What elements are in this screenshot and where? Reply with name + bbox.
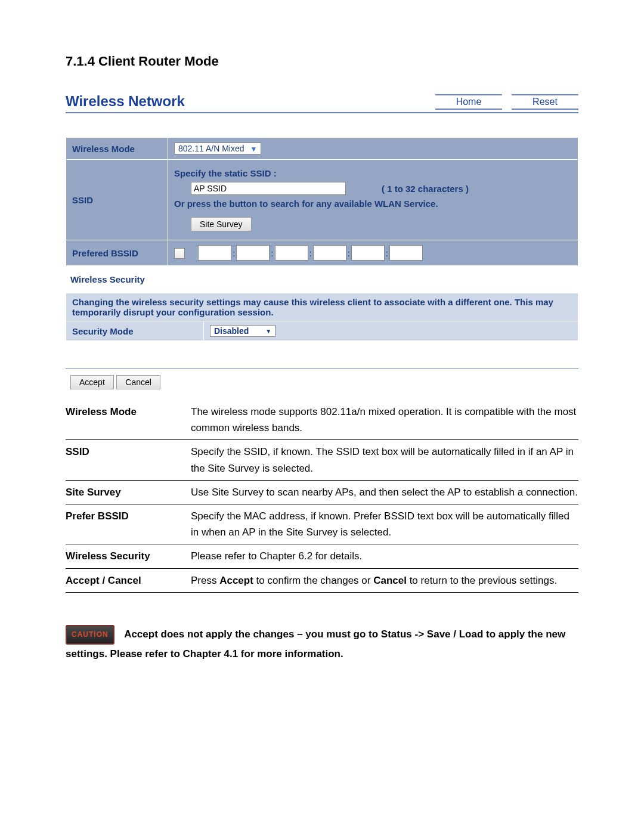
security-mode-label: Security Mode <box>66 321 204 341</box>
bssid-field-5[interactable] <box>351 245 385 261</box>
ssid-input[interactable] <box>191 182 346 195</box>
ssid-label: SSID <box>66 160 168 240</box>
caution-block: CAUTION Accept does not apply the change… <box>66 625 578 664</box>
desc-term: Wireless Security <box>66 544 191 568</box>
wireless-form-table: Wireless Mode 802.11 A/N Mixed ▼ SSID Sp… <box>66 137 578 266</box>
desc-term: Prefer BSSID <box>66 504 191 544</box>
caution-icon: CAUTION <box>66 625 114 645</box>
desc-term: SSID <box>66 440 191 480</box>
ssid-hint: ( 1 to 32 characters ) <box>382 184 469 194</box>
cancel-button[interactable]: Cancel <box>116 375 160 389</box>
prefered-bssid-checkbox[interactable] <box>174 248 185 259</box>
divider <box>66 368 578 369</box>
desc-def: Specify the MAC address, if known. Prefe… <box>191 504 578 544</box>
prefered-bssid-label: Prefered BSSID <box>66 240 168 266</box>
desc-def: Press Accept to confirm the changes or C… <box>191 568 578 592</box>
panel-title: Wireless Network <box>66 93 185 110</box>
wireless-mode-value: 802.11 A/N Mixed <box>178 144 244 153</box>
desc-term: Site Survey <box>66 480 191 504</box>
chevron-down-icon: ▼ <box>265 328 271 335</box>
desc-def: Specify the SSID, if known. The SSID tex… <box>191 440 578 480</box>
security-table: Changing the wireless security settings … <box>66 293 578 341</box>
bssid-inputs: : : : : : <box>198 245 423 261</box>
ssid-or-text: Or press the button to search for any av… <box>174 199 572 209</box>
reset-button[interactable]: Reset <box>512 94 578 110</box>
desc-term: Wireless Mode <box>66 400 191 440</box>
security-mode-value: Disabled <box>214 326 249 336</box>
bssid-field-2[interactable] <box>236 245 270 261</box>
panel-header: Wireless Network Home Reset <box>66 93 578 113</box>
desc-def: Use Site Survey to scan nearby APs, and … <box>191 480 578 504</box>
accept-button[interactable]: Accept <box>70 375 114 389</box>
security-warning: Changing the wireless security settings … <box>66 293 578 321</box>
caution-text: Accept does not apply the changes – you … <box>66 628 565 659</box>
desc-term: Accept / Cancel <box>66 568 191 592</box>
description-table: Wireless Mode The wireless mode supports… <box>66 400 578 593</box>
desc-def: The wireless mode supports 802.11a/n mix… <box>191 400 578 440</box>
security-mode-select[interactable]: Disabled ▼ <box>210 325 275 337</box>
chevron-down-icon: ▼ <box>250 145 257 153</box>
site-survey-button[interactable]: Site Survey <box>191 217 252 231</box>
bssid-field-6[interactable] <box>389 245 423 261</box>
wireless-security-subheading: Wireless Security <box>70 274 578 284</box>
wireless-mode-select[interactable]: 802.11 A/N Mixed ▼ <box>174 143 261 154</box>
desc-def: Please refer to Chapter 6.2 for details. <box>191 544 578 568</box>
bssid-field-3[interactable] <box>275 245 308 261</box>
wireless-mode-label: Wireless Mode <box>66 138 168 160</box>
home-button[interactable]: Home <box>435 94 502 110</box>
ssid-specify-text: Specify the static SSID : <box>174 168 572 178</box>
bssid-field-4[interactable] <box>313 245 346 261</box>
bssid-field-1[interactable] <box>198 245 231 261</box>
section-heading: 7.1.4 Client Router Mode <box>66 54 578 69</box>
